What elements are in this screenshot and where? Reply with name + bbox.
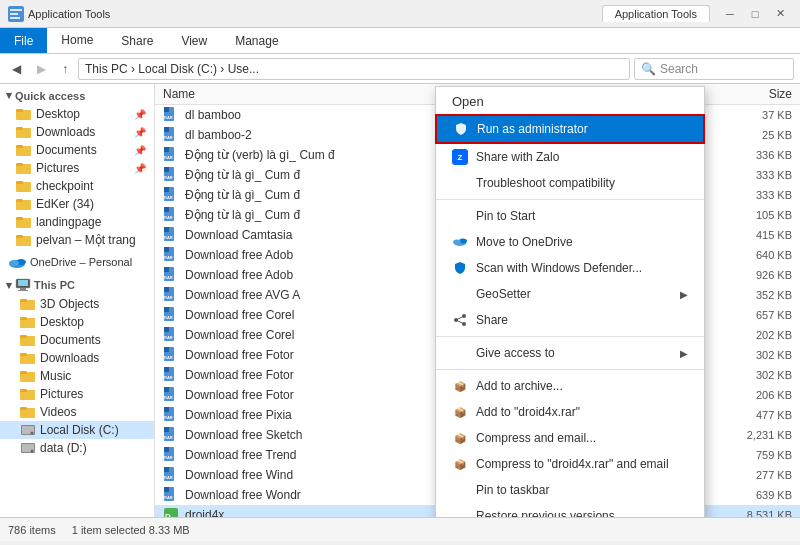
svg-rect-10 (16, 163, 23, 166)
svg-rect-86 (164, 367, 169, 372)
svg-text:RAR: RAR (164, 375, 173, 380)
svg-rect-59 (164, 187, 169, 192)
file-name: Download free Fotor (185, 388, 452, 402)
file-size: 477 KB (722, 409, 792, 421)
sidebar-item-pictures-quick[interactable]: Pictures 📌 (0, 159, 154, 177)
sidebar-item-pelvan[interactable]: pelvan – Một trang (0, 231, 154, 249)
file-name: Download free Corel (185, 308, 452, 322)
col-header-size[interactable]: Size (722, 87, 792, 101)
zalo-label: Share with Zalo (476, 150, 559, 164)
context-menu-item-geosetter[interactable]: GeoSetter ▶ (436, 281, 704, 307)
svg-rect-16 (16, 217, 23, 220)
sidebar-item-ediker[interactable]: EdKer (34) (0, 195, 154, 213)
svg-rect-95 (164, 427, 169, 432)
sidebar-item-documents-quick[interactable]: Documents 📌 (0, 141, 154, 159)
quick-access-section[interactable]: ▾ Quick access (0, 86, 154, 105)
sidebar-item-data[interactable]: data (D:) (0, 439, 154, 457)
file-name: Download free Wondr (185, 488, 452, 502)
file-name: Download free Fotor (185, 348, 452, 362)
context-menu-item-compress-email[interactable]: 📦 Compress and email... (436, 425, 704, 451)
sidebar-label-3d: 3D Objects (40, 297, 99, 311)
file-size: 759 KB (722, 449, 792, 461)
sidebar-item-downloads-quick[interactable]: Downloads 📌 (0, 123, 154, 141)
app-tools-tab[interactable]: Application Tools (602, 5, 710, 22)
file-size: 37 KB (722, 109, 792, 121)
sidebar-item-music[interactable]: Music (0, 367, 154, 385)
search-box[interactable]: 🔍Search (634, 58, 794, 80)
forward-button[interactable]: ▶ (31, 60, 52, 78)
sidebar-label-landingpage: landingpage (36, 215, 101, 229)
rar-icon: RAR (163, 327, 179, 343)
sidebar-item-3d[interactable]: 3D Objects (0, 295, 154, 313)
close-button[interactable]: ✕ (768, 3, 792, 25)
context-menu-item-open[interactable]: Open (436, 89, 704, 114)
folder-icon (16, 179, 32, 193)
context-menu-item-add-archive[interactable]: 📦 Add to archive... (436, 373, 704, 399)
svg-text:RAR: RAR (164, 195, 173, 200)
back-button[interactable]: ◀ (6, 60, 27, 78)
svg-text:RAR: RAR (164, 255, 173, 260)
sidebar-item-pictures-pc[interactable]: Pictures (0, 385, 154, 403)
file-name: Động từ (verb) là gì_ Cum đ (185, 148, 452, 162)
sidebar-item-localdisk[interactable]: Local Disk (C:) (0, 421, 154, 439)
context-menu-item-restore[interactable]: Restore previous versions (436, 503, 704, 517)
file-size: 277 KB (722, 469, 792, 481)
svg-text:RAR: RAR (164, 455, 173, 460)
file-size: 206 KB (722, 389, 792, 401)
svg-text:RAR: RAR (164, 155, 173, 160)
tab-file[interactable]: File (0, 28, 47, 53)
sidebar-item-videos[interactable]: Videos (0, 403, 154, 421)
tab-share[interactable]: Share (107, 28, 167, 53)
sidebar-item-onedrive[interactable]: OneDrive – Personal (0, 253, 154, 271)
up-button[interactable]: ↑ (56, 60, 74, 78)
context-menu-item-run-as-admin[interactable]: Run as administrator (435, 114, 705, 144)
sidebar-item-landingpage[interactable]: landingpage (0, 213, 154, 231)
col-header-name[interactable]: Name (163, 87, 452, 101)
maximize-button[interactable]: □ (743, 3, 767, 25)
svg-text:RAR: RAR (164, 215, 173, 220)
compress-email-label: Compress and email... (476, 431, 596, 445)
file-name: Download free Fotor (185, 368, 452, 382)
svg-rect-89 (164, 387, 169, 392)
sidebar-item-documents-pc[interactable]: Documents (0, 331, 154, 349)
context-menu-item-share[interactable]: Share (436, 307, 704, 333)
troubleshoot-label: Troubleshoot compatibility (476, 176, 615, 190)
context-menu-item-give-access[interactable]: Give access to ▶ (436, 340, 704, 366)
context-menu-item-onedrive[interactable]: Move to OneDrive (436, 229, 704, 255)
svg-point-45 (31, 450, 34, 453)
sidebar-item-checkpoint[interactable]: checkpoint (0, 177, 154, 195)
context-menu-item-pin-taskbar[interactable]: Pin to taskbar (436, 477, 704, 503)
sidebar-item-downloads-pc[interactable]: Downloads (0, 349, 154, 367)
tab-home[interactable]: Home (47, 28, 107, 53)
svg-rect-39 (20, 407, 27, 410)
rar-icon: RAR (163, 427, 179, 443)
context-menu-item-pin[interactable]: Pin to Start (436, 203, 704, 229)
separator (436, 369, 704, 370)
svg-rect-47 (164, 107, 169, 112)
minimize-button[interactable]: ─ (718, 3, 742, 25)
svg-text:D: D (165, 512, 171, 517)
file-name: Download free Corel (185, 328, 452, 342)
context-menu-item-compress-rar-email[interactable]: 📦 Compress to "droid4x.rar" and email (436, 451, 704, 477)
context-menu-item-zalo[interactable]: Z Share with Zalo (436, 144, 704, 170)
this-pc-section[interactable]: ▾ This PC (0, 275, 154, 295)
rar-icon: RAR (163, 127, 179, 143)
rar-icon: RAR (163, 267, 179, 283)
context-menu-item-defender[interactable]: Scan with Windows Defender... (436, 255, 704, 281)
rar-icon: RAR (163, 367, 179, 383)
placeholder-icon (452, 482, 468, 498)
tab-view[interactable]: View (167, 28, 221, 53)
context-menu-item-troubleshoot[interactable]: Troubleshoot compatibility (436, 170, 704, 196)
file-name: Động từ là gì_ Cum đ (185, 188, 452, 202)
add-rar-label: Add to "droid4x.rar" (476, 405, 580, 419)
sidebar-label-downloads-pc: Downloads (40, 351, 99, 365)
address-path[interactable]: This PC › Local Disk (C:) › Use... (78, 58, 630, 80)
sidebar-item-desktop-pc[interactable]: Desktop (0, 313, 154, 331)
sidebar-item-desktop[interactable]: Desktop 📌 (0, 105, 154, 123)
rar-icon: RAR (163, 487, 179, 503)
sidebar-label-ediker: EdKer (34) (36, 197, 94, 211)
context-menu-item-add-rar[interactable]: 📦 Add to "droid4x.rar" (436, 399, 704, 425)
sidebar-label-music: Music (40, 369, 71, 383)
tab-manage[interactable]: Manage (221, 28, 292, 53)
svg-text:RAR: RAR (164, 235, 173, 240)
